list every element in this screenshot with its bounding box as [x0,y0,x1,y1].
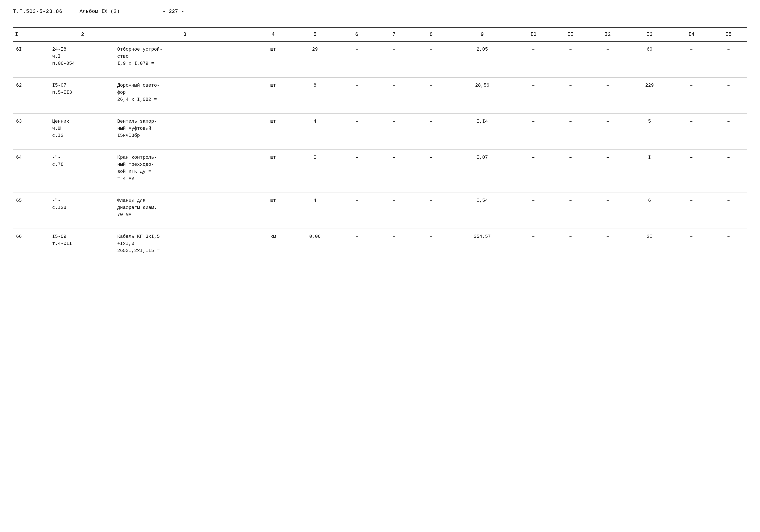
table-row: 64-"-с.78Кран контроль-ный трехходо-вой … [13,150,747,187]
cell-r1-c0: 62 [13,77,50,108]
cell-r3-c11: – [589,150,626,187]
cell-r5-c11: – [589,229,626,259]
cell-r5-c4: 0,06 [292,229,338,259]
spacer-row [13,187,747,193]
cell-r4-c10: – [552,193,589,223]
col-header-8: 8 [412,27,450,41]
cell-r1-c3: шт [255,77,292,108]
table-row: 6I24-I8ч.Iп.06-054Отборное устрой-ствоI,… [13,41,747,72]
spacer-row [13,143,747,150]
cell-r3-c13: – [673,150,710,187]
main-table: I 2 3 4 5 6 7 8 9 IO II I2 I3 I4 I5 6I24… [13,27,747,265]
cell-r2-c11: – [589,114,626,144]
cell-r5-c10: – [552,229,589,259]
cell-r2-c5: – [338,114,375,144]
cell-r2-c4: 4 [292,114,338,144]
cell-r3-c7: – [412,150,450,187]
cell-r4-c6: – [375,193,412,223]
cell-r1-c10: – [552,77,589,108]
cell-r1-c13: – [673,77,710,108]
col-header-2: 2 [50,27,115,41]
cell-r4-c14: – [710,193,747,223]
cell-r5-c3: км [255,229,292,259]
cell-r0-c9: – [515,41,552,72]
cell-r0-c1: 24-I8ч.Iп.06-054 [50,41,115,72]
cell-r1-c9: – [515,77,552,108]
cell-r1-c2: Дорожный свето-фор26,4 x I,082 = [115,77,255,108]
cell-r5-c8: 354,57 [450,229,515,259]
cell-r1-c8: 28,56 [450,77,515,108]
cell-r5-c6: – [375,229,412,259]
cell-r2-c2: Вентиль запор-ный муфтовыйI5кчI8бр [115,114,255,144]
col-header-9: 9 [450,27,515,41]
page-number: - 227 - [163,9,184,14]
cell-r2-c10: – [552,114,589,144]
cell-r1-c4: 8 [292,77,338,108]
cell-r3-c9: – [515,150,552,187]
cell-r0-c14: – [710,41,747,72]
table-row: 63Ценникч.Шс.I2Вентиль запор-ный муфтовы… [13,114,747,144]
cell-r1-c7: – [412,77,450,108]
cell-r3-c8: I,07 [450,150,515,187]
cell-r3-c6: – [375,150,412,187]
cell-r5-c7: – [412,229,450,259]
document-code: Т.П.503-5-23.86 [13,9,62,14]
cell-r0-c8: 2,05 [450,41,515,72]
cell-r4-c9: – [515,193,552,223]
col-header-14: I4 [673,27,710,41]
cell-r2-c12: 5 [626,114,673,144]
cell-r3-c12: I [626,150,673,187]
cell-r5-c9: – [515,229,552,259]
cell-r3-c10: – [552,150,589,187]
cell-r0-c12: 60 [626,41,673,72]
spacer-row [13,222,747,229]
cell-r5-c1: I5-09т.4-0II [50,229,115,259]
cell-r4-c11: – [589,193,626,223]
cell-r3-c14: – [710,150,747,187]
cell-r2-c6: – [375,114,412,144]
col-header-12: I2 [589,27,626,41]
cell-r0-c4: 29 [292,41,338,72]
cell-r0-c5: – [338,41,375,72]
cell-r5-c2: Кабель КГ 3хI,5+IхI,0265хI,2хI,II5 = [115,229,255,259]
cell-r3-c1: -"-с.78 [50,150,115,187]
cell-r4-c5: – [338,193,375,223]
cell-r3-c3: шт [255,150,292,187]
cell-r2-c13: – [673,114,710,144]
cell-r5-c12: 2I [626,229,673,259]
cell-r4-c0: 65 [13,193,50,223]
table-row: 62I5-07п.5-II3Дорожный свето-фор26,4 x I… [13,77,747,108]
cell-r3-c2: Кран контроль-ный трехходо-вой КТК Ду ==… [115,150,255,187]
col-header-5: 5 [292,27,338,41]
cell-r1-c1: I5-07п.5-II3 [50,77,115,108]
document-album: Альбом IX (2) [79,9,119,14]
cell-r3-c0: 64 [13,150,50,187]
cell-r2-c14: – [710,114,747,144]
cell-r3-c5: – [338,150,375,187]
col-header-3: 3 [115,27,255,41]
page-header: Т.П.503-5-23.86 Альбом IX (2) - 227 - [13,9,747,17]
spacer-row [13,72,747,77]
cell-r1-c14: – [710,77,747,108]
cell-r0-c2: Отборное устрой-ствоI,9 x I,079 = [115,41,255,72]
cell-r1-c12: 229 [626,77,673,108]
col-header-13: I3 [626,27,673,41]
cell-r4-c3: шт [255,193,292,223]
table-row: 66I5-09т.4-0IIКабель КГ 3хI,5+IхI,0265хI… [13,229,747,259]
cell-r5-c14: – [710,229,747,259]
cell-r4-c4: 4 [292,193,338,223]
col-header-11: II [552,27,589,41]
table-header-row: I 2 3 4 5 6 7 8 9 IO II I2 I3 I4 I5 [13,27,747,41]
col-header-10: IO [515,27,552,41]
cell-r0-c6: – [375,41,412,72]
col-header-15: I5 [710,27,747,41]
cell-r2-c8: I,I4 [450,114,515,144]
cell-r4-c13: – [673,193,710,223]
cell-r5-c0: 66 [13,229,50,259]
col-header-1: I [13,27,50,41]
cell-r4-c7: – [412,193,450,223]
col-header-7: 7 [375,27,412,41]
cell-r4-c2: Фланцы длядиафрагм диам.70 мм [115,193,255,223]
cell-r0-c7: – [412,41,450,72]
cell-r5-c13: – [673,229,710,259]
